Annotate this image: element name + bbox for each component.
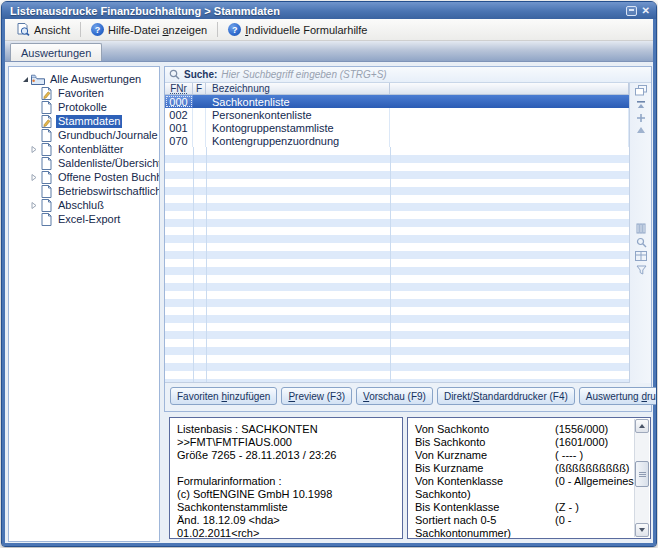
- sidebar-item-saldenliste-uebersicht[interactable]: Saldenliste/Übersicht: [9, 156, 159, 170]
- table-row[interactable]: 000 Sachkontenliste: [165, 95, 629, 108]
- restore-button[interactable]: [626, 6, 637, 16]
- tree-collapsed-icon[interactable]: [27, 145, 39, 154]
- document-icon: [39, 213, 53, 226]
- scroll-up-icon[interactable]: [630, 126, 652, 134]
- sidebar-item-label: Stammdaten: [56, 115, 122, 128]
- table-row[interactable]: 070 Kontengruppenzuordnung: [165, 134, 629, 147]
- thumb-grip: [639, 474, 646, 475]
- sidebar-item-alle-auswertungen[interactable]: Alle Auswertungen: [9, 72, 159, 86]
- direkt-standarddrucker-button[interactable]: Direkt/Standarddrucker (F4): [437, 387, 575, 405]
- info-row: Sachkonto): [408, 488, 650, 501]
- scrollbar-up-button[interactable]: [635, 419, 649, 433]
- titlebar: Listenausdrucke Finanzbuchhaltung > Stam…: [2, 2, 656, 19]
- cell-bezeichnung: Personenkontenliste: [206, 108, 390, 121]
- sidebar-item-label: Kontenblätter: [56, 143, 125, 156]
- cell-fnr: 002: [165, 108, 193, 121]
- sidebar-item-label: Betriebswirtschaftliche Auswertungen: [56, 185, 160, 198]
- help-icon: ?: [91, 23, 104, 36]
- cell-fnr: 000: [165, 95, 193, 108]
- thumb-grip: [639, 476, 646, 477]
- list-info-box: Listenbasis : SACHKONTEN >>FMT\FMTFIAUS.…: [169, 417, 403, 539]
- grid-settings-icon[interactable]: [630, 251, 652, 261]
- zoom-icon[interactable]: [630, 237, 652, 248]
- cell-fnr: 001: [165, 121, 193, 134]
- filter-icon[interactable]: [630, 265, 652, 275]
- info-line: Änd. 18.12.09 <hda>: [177, 514, 402, 527]
- document-icon: [39, 101, 53, 114]
- tree-expanded-icon[interactable]: [19, 75, 31, 84]
- info-line: (c) SoftENGINE GmbH 10.1998: [177, 488, 402, 501]
- button-label: Auswertung: [586, 391, 642, 402]
- sidebar-item-grundbuch-journale[interactable]: Grundbuch/Journale: [9, 128, 159, 142]
- info-row: Bis Sachkonto(1601/000): [408, 436, 650, 449]
- column-header-fnr[interactable]: FNr: [165, 83, 193, 94]
- triangle-up-icon: [639, 424, 645, 428]
- info-row: Bis Kurzname(ßßßßßßßßßß): [408, 462, 650, 475]
- info-row: Von Kontenklasse(0 - Allgemeines: [408, 475, 650, 488]
- tree-collapsed-icon[interactable]: [27, 201, 39, 210]
- sidebar-item-stammdaten[interactable]: Stammdaten: [9, 114, 159, 128]
- toolbar: Ansicht ? Hilfe-Datei anzeigen ? Individ…: [5, 19, 653, 41]
- close-button[interactable]: ✕: [642, 6, 650, 16]
- column-header-f[interactable]: F: [193, 83, 206, 94]
- toolbar-label: ndividuelle Formularhilfe: [248, 24, 367, 36]
- document-edit-icon: [39, 87, 53, 100]
- info-line: >>FMT\FMTFIAUS.000: [177, 436, 402, 449]
- help-icon: ?: [228, 23, 241, 36]
- sidebar-item-offene-posten-buchhaltung[interactable]: Offene Posten Buchhaltung: [9, 170, 159, 184]
- restore-icon: [626, 6, 637, 16]
- search-bar: Suche:: [165, 67, 651, 83]
- info-label: Von Kurzname: [415, 449, 555, 462]
- column-header-bezeichnung[interactable]: Bezeichnung: [206, 83, 390, 94]
- sidebar-item-label: Offene Posten Buchhaltung: [56, 171, 160, 184]
- sidebar-item-kontenblaetter[interactable]: Kontenblätter: [9, 142, 159, 156]
- sidebar-item-favoriten[interactable]: Favoriten: [9, 86, 159, 100]
- pan-icon[interactable]: [630, 113, 652, 123]
- info-row: Sortiert nach 0-5(0 -: [408, 514, 650, 527]
- auswertung-drucken-button[interactable]: Auswertung drucken: [579, 387, 657, 405]
- ansicht-button[interactable]: Ansicht: [9, 21, 77, 39]
- cell-f: [193, 121, 206, 134]
- grid-line: [390, 147, 391, 382]
- scroll-to-top-icon[interactable]: [630, 100, 652, 110]
- info-label: Sachkontonummer): [415, 527, 555, 539]
- button-label: Favoriten: [177, 391, 221, 402]
- button-label: rucken: [647, 391, 657, 402]
- sidebar-item-label: Excel-Export: [56, 213, 122, 226]
- sidebar-item-betriebswirtschaftliche-auswertungen[interactable]: Betriebswirtschaftliche Auswertungen: [9, 184, 159, 198]
- hilfe-datei-anzeigen-button[interactable]: ? Hilfe-Datei anzeigen: [84, 21, 214, 39]
- cell-f: [193, 108, 206, 121]
- sidebar-item-label: Saldenliste/Übersicht: [56, 157, 160, 170]
- copy-window-icon[interactable]: [630, 85, 652, 96]
- scrollbar-down-button[interactable]: [635, 523, 649, 537]
- search-input[interactable]: [221, 68, 651, 82]
- info-label: Bis Kurzname: [415, 462, 555, 475]
- vorschau-button[interactable]: Vorschau (F9): [356, 387, 433, 405]
- preview-button[interactable]: Preview (F3): [281, 387, 352, 405]
- info-scrollbar[interactable]: [634, 419, 649, 537]
- favoriten-hinzufuegen-button[interactable]: Favoriten hinzufügen: [170, 387, 277, 405]
- info-label: Sachkonto): [415, 488, 555, 501]
- toolbar-label: Ansicht: [34, 24, 70, 36]
- sidebar-item-excel-export[interactable]: Excel-Export: [9, 212, 159, 226]
- sidebar-item-abschluss[interactable]: Abschluß: [9, 198, 159, 212]
- cell-empty: [390, 121, 629, 134]
- cell-empty: [390, 95, 629, 108]
- info-line: Sachkontenstammliste: [177, 501, 402, 514]
- individuelle-formularhilfe-button[interactable]: ? Individuelle Formularhilfe: [221, 21, 374, 39]
- table-row[interactable]: 001 Kontogruppenstammliste: [165, 121, 629, 134]
- sidebar-item-protokolle[interactable]: Protokolle: [9, 100, 159, 114]
- column-header-empty[interactable]: [390, 83, 629, 94]
- button-label: Direkt/: [444, 391, 473, 402]
- info-row: Sachkontonummer): [408, 527, 650, 539]
- table-row[interactable]: 002 Personenkontenliste: [165, 108, 629, 121]
- document-icon: [39, 143, 53, 156]
- document-icon: [39, 171, 53, 184]
- columns-icon[interactable]: [630, 223, 652, 234]
- tab-auswertungen[interactable]: Auswertungen: [10, 43, 102, 61]
- column-header-label: FNr: [170, 84, 187, 94]
- button-label: review (F3): [295, 391, 345, 402]
- tree-collapsed-icon[interactable]: [27, 173, 39, 182]
- scrollbar-thumb[interactable]: [635, 461, 649, 487]
- action-button-row: Favoriten hinzufügen Preview (F3) Vorsch…: [170, 387, 649, 405]
